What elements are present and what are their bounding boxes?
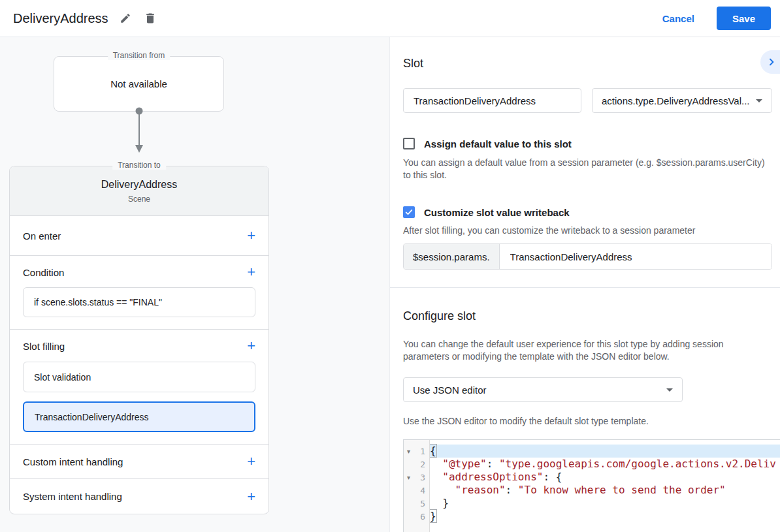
configure-slot-heading: Configure slot — [403, 309, 772, 323]
json-code-editor: ▾12▾3456 { "@type": "type.googleapis.com… — [403, 439, 780, 532]
line-number: 1 — [414, 446, 429, 456]
system-intent-label: System intent handling — [23, 491, 122, 502]
condition-label: Condition — [23, 267, 64, 278]
configure-slot-description: You can change the default user experien… — [403, 338, 772, 363]
code-token — [430, 458, 442, 470]
code-line[interactable]: "addressOptions": { — [430, 471, 780, 484]
on-enter-row[interactable]: On enter + — [10, 216, 268, 256]
custom-intent-label: Custom intent handling — [23, 456, 123, 467]
add-system-intent-icon[interactable]: + — [247, 491, 255, 503]
writeback-value-input[interactable] — [500, 244, 772, 269]
editor-gutter-row: 2 — [404, 458, 429, 471]
writeback-section: Customize slot value writeback After slo… — [403, 206, 772, 270]
transition-from-label: Transition from — [108, 51, 171, 60]
slot-type-dropdown[interactable]: actions.type.DeliveryAddressVal... — [592, 88, 772, 113]
slot-editor-panel: Slot actions.type.DeliveryAddressVal... … — [390, 37, 780, 532]
line-number: 6 — [414, 512, 429, 522]
line-number: 5 — [414, 499, 429, 509]
edit-scene-button[interactable] — [115, 8, 136, 29]
code-token-string: "addressOptions" — [442, 471, 543, 483]
code-line[interactable]: } — [430, 510, 780, 523]
editor-code[interactable]: { "@type": "type.googleapis.com/google.a… — [430, 440, 780, 532]
scene-card: Transition to DeliveryAddress Scene On e… — [9, 166, 269, 514]
slot-item-selected[interactable]: TransactionDeliveryAddress — [23, 401, 255, 432]
editor-gutter-row: 6 — [404, 510, 429, 523]
writeback-row[interactable]: Customize slot value writeback — [403, 206, 772, 218]
slot-name-input[interactable] — [403, 88, 581, 113]
assign-default-description: You can assign a default value from a se… — [403, 157, 772, 181]
on-enter-label: On enter — [23, 230, 61, 242]
transition-to-label: Transition to — [112, 161, 166, 170]
scene-type-label: Scene — [10, 195, 268, 204]
line-number: 2 — [414, 460, 429, 469]
system-intent-row[interactable]: System intent handling + — [10, 479, 268, 514]
chevron-right-icon — [766, 57, 777, 67]
assign-default-row[interactable]: Assign default value to this slot — [403, 138, 772, 149]
editor-mode-dropdown[interactable]: Use JSON editor — [403, 377, 683, 402]
code-token-string: "@type" — [442, 458, 486, 470]
assign-default-section: Assign default value to this slot You ca… — [403, 138, 772, 181]
slot-item-validation[interactable]: Slot validation — [23, 362, 255, 392]
save-button[interactable]: Save — [717, 7, 771, 30]
code-token: : — [487, 458, 499, 470]
line-number: 3 — [414, 473, 429, 482]
section-divider — [390, 287, 780, 288]
add-on-enter-icon[interactable]: + — [247, 230, 255, 242]
line-number: 4 — [414, 486, 429, 495]
scene-card-header[interactable]: DeliveryAddress Scene — [10, 166, 268, 216]
code-token: } — [430, 497, 449, 509]
flow-arrow-icon — [134, 107, 144, 157]
writeback-checkbox[interactable] — [403, 206, 415, 218]
json-editor-hint: Use the JSON editor to modify the defaul… — [403, 416, 772, 426]
add-custom-intent-icon[interactable]: + — [247, 456, 255, 467]
add-condition-icon[interactable]: + — [247, 266, 255, 278]
code-token-bracket: } — [430, 510, 436, 522]
custom-intent-row[interactable]: Custom intent handling + — [10, 445, 268, 479]
writeback-label: Customize slot value writeback — [424, 207, 570, 218]
cancel-button[interactable]: Cancel — [652, 8, 705, 29]
editor-gutter-row: ▾3 — [404, 471, 429, 484]
top-bar: DeliveryAddress Cancel Save — [0, 0, 780, 37]
code-token — [430, 484, 455, 496]
slot-filling-section: Slot filling + Slot validation Transacti… — [10, 330, 268, 445]
dropdown-caret-icon — [666, 388, 673, 392]
code-token: : — [506, 484, 518, 496]
scene-flow-panel: Transition from Not available Transition… — [0, 37, 390, 532]
writeback-prefix: $session.params. — [404, 244, 500, 269]
slot-heading: Slot — [403, 57, 772, 70]
code-line[interactable]: { — [430, 445, 780, 458]
condition-item[interactable]: if scene.slots.status == "FINAL" — [23, 287, 255, 317]
code-line[interactable]: } — [430, 497, 780, 510]
fold-arrow-icon[interactable]: ▾ — [404, 448, 414, 455]
collapse-panel-button[interactable] — [760, 50, 780, 74]
code-line[interactable]: "reason": "To know where to send the ord… — [430, 484, 780, 497]
slot-filling-label: Slot filling — [23, 341, 65, 352]
pencil-icon — [120, 12, 131, 24]
writeback-description: After slot filling, you can customize th… — [403, 225, 772, 237]
code-token-string: "type.googleapis.com/google.actions.v2.D… — [499, 458, 776, 470]
editor-gutter-row: ▾1 — [404, 445, 429, 458]
code-line[interactable]: "@type": "type.googleapis.com/google.act… — [430, 458, 780, 471]
trash-icon — [144, 12, 157, 25]
editor-mode-value: Use JSON editor — [413, 384, 487, 396]
editor-gutter-row: 5 — [404, 497, 429, 510]
writeback-param-field: $session.params. — [403, 243, 772, 270]
transition-from-content: Not available — [110, 78, 167, 89]
editor-gutter-row: 4 — [404, 484, 429, 497]
fold-arrow-icon[interactable]: ▾ — [404, 474, 414, 481]
check-icon — [404, 208, 414, 217]
delete-scene-button[interactable] — [140, 8, 161, 29]
add-slot-icon[interactable]: + — [247, 340, 255, 352]
condition-section: Condition + if scene.slots.status == "FI… — [10, 256, 268, 330]
main-content: Transition from Not available Transition… — [0, 37, 780, 532]
assign-default-checkbox[interactable] — [403, 138, 415, 149]
transition-from-box: Transition from Not available — [54, 56, 224, 112]
code-token-string: "To know where to send the order" — [518, 484, 726, 496]
code-token-bracket: { — [430, 445, 436, 457]
code-token — [430, 471, 442, 483]
editor-gutter: ▾12▾3456 — [404, 440, 430, 532]
page-title: DeliveryAddress — [13, 11, 108, 26]
dropdown-caret-icon — [756, 99, 762, 102]
code-token-string: "reason" — [455, 484, 506, 496]
slot-type-value: actions.type.DeliveryAddressVal... — [602, 95, 750, 106]
